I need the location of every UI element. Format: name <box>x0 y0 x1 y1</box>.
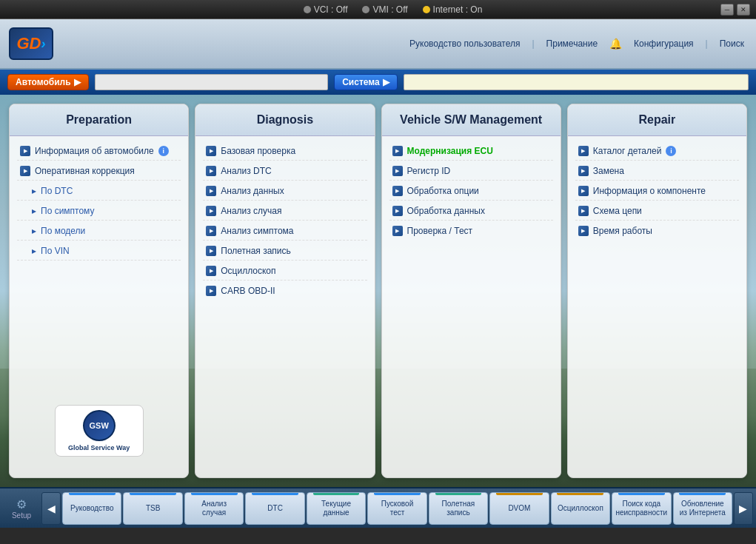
diag-label-1: Базовая проверка <box>221 146 295 156</box>
auto-input[interactable] <box>95 74 329 90</box>
tab-rukovodstvo[interactable]: Руководство <box>62 492 121 525</box>
preparation-item-6[interactable]: ▸ По VIN <box>17 242 181 261</box>
setup-label: Setup <box>12 511 31 520</box>
tab-dvom[interactable]: DVOM <box>489 492 549 525</box>
notes-link[interactable]: Примечание <box>543 37 601 50</box>
tab-bar-5 <box>313 493 360 495</box>
preparation-item-5[interactable]: ▸ По модели <box>17 222 181 241</box>
preparation-header: Preparation <box>10 104 188 136</box>
search-link[interactable]: Поиск <box>717 37 747 50</box>
header-nav: Руководство пользователя | Примечание 🔔 … <box>62 36 747 51</box>
tab-label-2: TSB <box>146 504 160 513</box>
config-link[interactable]: Конфигурация <box>631 37 697 50</box>
repair-item-5[interactable]: ▶ Время работы <box>575 222 739 240</box>
tab-analiz-sluchaya[interactable]: Анализслучая <box>184 492 244 525</box>
tab-label-6: Пусковойтест <box>381 500 413 517</box>
tab-tsb[interactable]: TSB <box>123 492 182 525</box>
tab-bar-7 <box>435 493 482 495</box>
tab-label-7: Полетнаязапись <box>442 500 475 517</box>
repair-label-3: Информация о компоненте <box>593 186 706 196</box>
diagnosis-item-2[interactable]: ▶ Анализ DTC <box>203 162 367 181</box>
diagnosis-header: Diagnosis <box>195 104 374 136</box>
tab-bar-2 <box>130 493 176 495</box>
title-bar: VCI : Off VMI : Off Internet : On ─ ✕ <box>0 0 756 19</box>
close-button[interactable]: ✕ <box>737 4 750 16</box>
vsw-item-2[interactable]: ▶ Регистр ID <box>389 162 553 181</box>
repair-item-2[interactable]: ▶ Замена <box>575 162 739 181</box>
vsw-item-4[interactable]: ▶ Обработка данных <box>389 202 553 221</box>
repair-label-1: Каталог деталей <box>593 146 662 156</box>
vsw-icon-5: ▶ <box>392 226 403 236</box>
tab-tekuchie-dannye[interactable]: Текущиеданные <box>307 492 366 525</box>
repair-item-3[interactable]: ▶ Информация о компоненте <box>575 182 739 201</box>
diag-label-5: Анализ симптома <box>221 226 293 236</box>
preparation-item-2[interactable]: ▶ Оперативная коррекция <box>17 162 181 181</box>
tab-oscilloscope[interactable]: Осциллоскоп <box>551 492 610 525</box>
vsw-label-5: Проверка / Тест <box>407 226 473 236</box>
next-tab-button[interactable]: ▶ <box>734 492 753 525</box>
diag-icon-1: ▶ <box>206 146 216 156</box>
tab-label-10: Поиск коданеисправности <box>615 500 667 517</box>
tab-update-internet[interactable]: Обновлениеиз Интернета <box>673 492 732 525</box>
repair-header: Repair <box>568 104 746 136</box>
vsw-item-3[interactable]: ▶ Обработка опции <box>389 182 553 201</box>
diagnosis-item-4[interactable]: ▶ Анализ случая <box>203 202 367 221</box>
diag-label-8: CARB OBD-II <box>221 286 275 296</box>
separator-1: | <box>529 37 537 50</box>
prep-icon-2: ▶ <box>20 166 30 176</box>
system-button[interactable]: Система ▶ <box>334 74 398 90</box>
vci-status: VCI : Off <box>304 4 348 15</box>
gsw-label: Global Service Way <box>68 444 130 451</box>
diagnosis-item-8[interactable]: ▶ CARB OBD-II <box>203 282 367 300</box>
diag-icon-3: ▶ <box>206 186 216 196</box>
tab-bar-10 <box>618 493 665 495</box>
toolbar: Автомобиль ▶ Система ▶ <box>0 70 756 95</box>
repair-item-1[interactable]: ▶ Каталог деталей i <box>575 142 739 161</box>
tab-poletnaya-zapis[interactable]: Полетнаязапись <box>429 492 488 525</box>
prep-icon-1: ▶ <box>20 146 30 156</box>
setup-item[interactable]: ⚙ Setup <box>3 492 40 525</box>
auto-label: Автомобиль <box>16 77 71 87</box>
tab-puskovoy-test[interactable]: Пусковойтест <box>367 492 426 525</box>
diag-label-3: Анализ данных <box>221 186 284 196</box>
logo: GD› <box>9 27 53 60</box>
prev-tab-button[interactable]: ◀ <box>41 492 61 525</box>
minimize-button[interactable]: ─ <box>720 4 734 16</box>
diagnosis-item-1[interactable]: ▶ Базовая проверка <box>203 142 367 161</box>
vsw-item-5[interactable]: ▶ Проверка / Тест <box>389 222 553 240</box>
logo-text: GD <box>17 34 41 53</box>
preparation-panel: Preparation ▶ Информация об автомобиле i… <box>9 104 189 478</box>
diagnosis-item-5[interactable]: ▶ Анализ симптома <box>203 222 367 241</box>
vmi-dot <box>362 6 369 13</box>
vsw-icon-4: ▶ <box>392 206 403 216</box>
diagnosis-body: ▶ Базовая проверка ▶ Анализ DTC ▶ Анализ… <box>195 136 374 477</box>
tab-bar-11 <box>679 493 726 495</box>
repair-icon-3: ▶ <box>578 186 589 196</box>
diag-icon-6: ▶ <box>206 246 216 256</box>
repair-label-5: Время работы <box>593 226 652 236</box>
diagnosis-item-3[interactable]: ▶ Анализ данных <box>203 182 367 201</box>
preparation-item-4[interactable]: ▸ По симптому <box>17 202 181 221</box>
tab-search-code[interactable]: Поиск коданеисправности <box>612 492 671 525</box>
vmi-status: VMI : Off <box>362 4 407 15</box>
preparation-item-1[interactable]: ▶ Информация об автомобиле i <box>17 142 181 161</box>
tab-label-5: Текущиеданные <box>321 500 351 517</box>
bottom-tabs: ⚙ Setup ◀ Руководство TSB Анализслучая D… <box>0 487 756 528</box>
auto-button[interactable]: Автомобиль ▶ <box>7 74 89 90</box>
system-input[interactable] <box>404 74 749 90</box>
diagnosis-item-6[interactable]: ▶ Полетная запись <box>203 242 367 261</box>
diag-label-6: Полетная запись <box>221 246 291 256</box>
repair-label-4: Схема цепи <box>593 206 642 216</box>
vci-dot <box>304 6 311 13</box>
preparation-item-3[interactable]: ▸ По DTC <box>17 182 181 201</box>
user-guide-link[interactable]: Руководство пользователя <box>407 37 523 50</box>
repair-item-4[interactable]: ▶ Схема цепи <box>575 202 739 221</box>
prep-label-2: Оперативная коррекция <box>35 166 135 176</box>
vsw-item-1[interactable]: ▶ Модернизация ECU <box>389 142 553 161</box>
logo-arrow: › <box>41 36 46 52</box>
tab-bar-6 <box>374 493 421 495</box>
tab-bar-4 <box>252 493 298 495</box>
tab-dtc[interactable]: DTC <box>245 492 304 525</box>
tab-label-9: Осциллоскоп <box>558 504 603 513</box>
diagnosis-item-7[interactable]: ▶ Осциллоскоп <box>203 262 367 281</box>
